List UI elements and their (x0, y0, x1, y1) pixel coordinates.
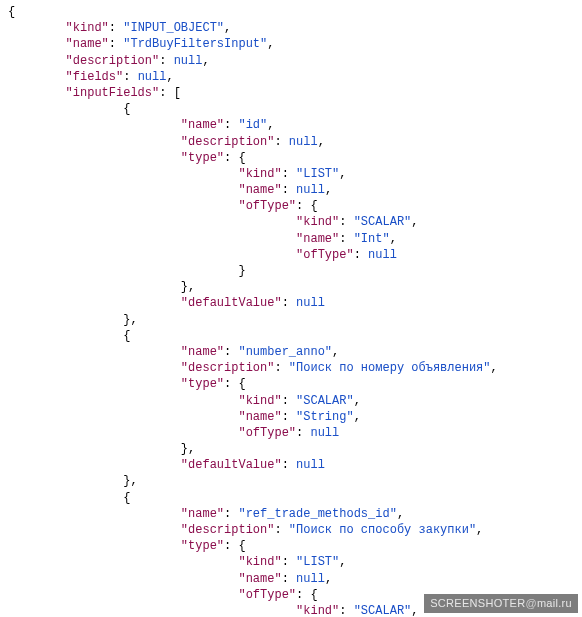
watermark-prefix: SCREENSHOTER (430, 597, 525, 609)
code-line: "fields": null, (8, 69, 582, 85)
code-line: { (8, 4, 582, 20)
code-line: }, (8, 279, 582, 295)
code-line: "type": { (8, 150, 582, 166)
code-line: "description": null, (8, 53, 582, 69)
code-line: { (8, 101, 582, 117)
code-line: "kind": "SCALAR", (8, 393, 582, 409)
code-line: "ofType": null (8, 425, 582, 441)
at-icon: @ (525, 597, 536, 609)
code-line: "name": "id", (8, 117, 582, 133)
code-line: "inputFields": [ (8, 85, 582, 101)
code-line: "defaultValue": null (8, 457, 582, 473)
code-line: "type": { (8, 538, 582, 554)
code-line: "ofType": { (8, 198, 582, 214)
code-line: "description": "Поиск по номеру объявлен… (8, 360, 582, 376)
json-code-block: { "kind": "INPUT_OBJECT", "name": "TrdBu… (8, 4, 582, 617)
code-line: "type": { (8, 376, 582, 392)
code-line: "name": "Int", (8, 231, 582, 247)
code-line: "name": "number_anno", (8, 344, 582, 360)
code-line: "kind": "INPUT_OBJECT", (8, 20, 582, 36)
code-line: "description": null, (8, 134, 582, 150)
code-line: "kind": "LIST", (8, 554, 582, 570)
code-line: { (8, 328, 582, 344)
watermark-badge: SCREENSHOTER@mail.ru (424, 594, 578, 613)
code-line: "description": "Поиск по способу закупки… (8, 522, 582, 538)
code-line: "name": null, (8, 182, 582, 198)
code-line: "kind": "LIST", (8, 166, 582, 182)
code-line: "name": null, (8, 571, 582, 587)
code-line: "name": "TrdBuyFiltersInput", (8, 36, 582, 52)
code-line: "name": "String", (8, 409, 582, 425)
watermark-suffix: mail.ru (537, 597, 572, 609)
code-line: }, (8, 441, 582, 457)
code-line: "kind": "SCALAR", (8, 214, 582, 230)
code-line: } (8, 263, 582, 279)
code-line: "name": "ref_trade_methods_id", (8, 506, 582, 522)
code-line: "defaultValue": null (8, 295, 582, 311)
code-line: }, (8, 473, 582, 489)
code-line: "ofType": null (8, 247, 582, 263)
code-line: }, (8, 312, 582, 328)
code-line: { (8, 490, 582, 506)
